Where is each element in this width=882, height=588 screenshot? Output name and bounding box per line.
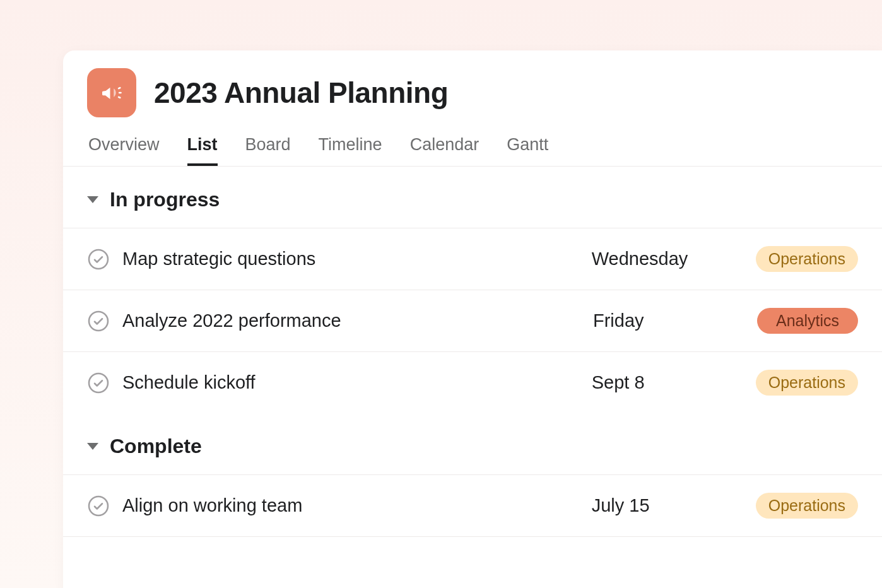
project-title[interactable]: 2023 Annual Planning bbox=[154, 76, 448, 110]
svg-point-7 bbox=[89, 497, 108, 515]
task-tag[interactable]: Operations bbox=[756, 493, 858, 519]
svg-rect-0 bbox=[105, 91, 107, 95]
task-name: Map strategic questions bbox=[122, 249, 579, 269]
tab-list[interactable]: List bbox=[187, 135, 218, 166]
task-tag[interactable]: Analytics bbox=[757, 308, 858, 334]
project-header: 2023 Annual Planning Overview List Board… bbox=[63, 50, 882, 166]
svg-point-5 bbox=[89, 312, 108, 331]
check-circle-icon[interactable] bbox=[87, 248, 110, 271]
task-name: Align on working team bbox=[122, 495, 579, 516]
check-circle-icon[interactable] bbox=[87, 310, 110, 332]
task-tag[interactable]: Operations bbox=[756, 370, 858, 396]
tab-board[interactable]: Board bbox=[245, 135, 291, 166]
svg-point-6 bbox=[89, 373, 108, 392]
check-circle-icon[interactable] bbox=[87, 495, 110, 517]
tab-overview[interactable]: Overview bbox=[88, 135, 160, 166]
section-header-complete[interactable]: Complete bbox=[63, 413, 882, 474]
task-tag[interactable]: Operations bbox=[756, 246, 858, 272]
svg-rect-2 bbox=[117, 86, 121, 90]
task-name: Schedule kickoff bbox=[122, 372, 579, 393]
tab-calendar[interactable]: Calendar bbox=[410, 135, 479, 166]
tab-timeline[interactable]: Timeline bbox=[319, 135, 382, 166]
caret-down-icon bbox=[87, 196, 98, 203]
megaphone-icon bbox=[87, 68, 136, 117]
check-circle-icon[interactable] bbox=[87, 372, 110, 394]
svg-rect-1 bbox=[119, 92, 122, 94]
task-row[interactable]: Analyze 2022 performance Friday Analytic… bbox=[63, 290, 882, 351]
project-view: 2023 Annual Planning Overview List Board… bbox=[63, 50, 882, 588]
section-title: In progress bbox=[110, 188, 220, 211]
caret-down-icon bbox=[87, 443, 98, 450]
title-row: 2023 Annual Planning bbox=[87, 68, 858, 117]
task-name: Analyze 2022 performance bbox=[122, 310, 580, 331]
tab-gantt[interactable]: Gantt bbox=[507, 135, 548, 166]
view-tabs: Overview List Board Timeline Calendar Ga… bbox=[87, 135, 858, 166]
task-row[interactable]: Align on working team July 15 Operations bbox=[63, 474, 882, 537]
task-date: July 15 bbox=[579, 495, 756, 516]
task-row[interactable]: Map strategic questions Wednesday Operat… bbox=[63, 228, 882, 290]
task-row[interactable]: Schedule kickoff Sept 8 Operations bbox=[63, 351, 882, 413]
section-header-in-progress[interactable]: In progress bbox=[63, 167, 882, 228]
svg-rect-3 bbox=[117, 96, 121, 99]
task-date: Sept 8 bbox=[579, 372, 756, 393]
svg-point-4 bbox=[89, 250, 108, 269]
task-date: Wednesday bbox=[579, 249, 756, 269]
task-date: Friday bbox=[580, 310, 757, 331]
section-title: Complete bbox=[110, 435, 202, 458]
